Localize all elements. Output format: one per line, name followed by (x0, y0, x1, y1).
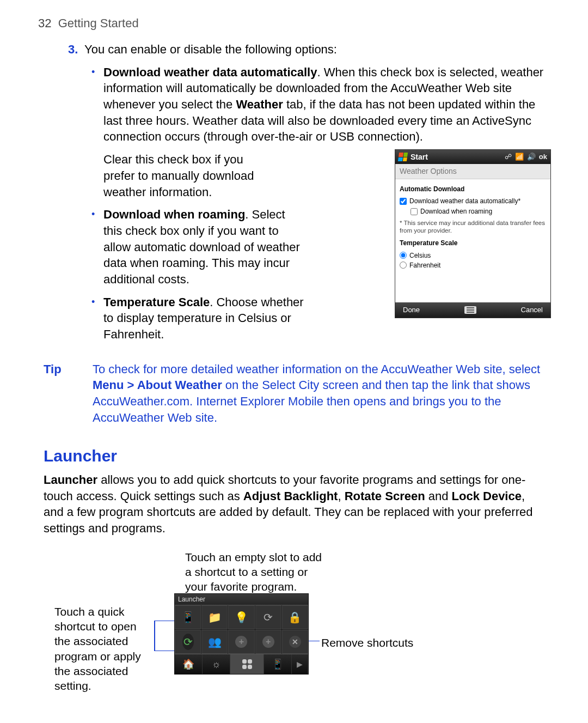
step-number: 3. (68, 41, 80, 58)
step-text: You can enable or disable the following … (84, 41, 337, 58)
launcher-title: Launcher (175, 594, 308, 605)
page-header: 32 Getting Started (38, 16, 550, 31)
keyboard-icon[interactable] (464, 306, 476, 314)
empty-slot[interactable]: + (228, 630, 254, 654)
softkey-bar: Done Cancel (395, 302, 550, 318)
caption-remove-shortcuts: Remove shortcuts (321, 635, 441, 650)
callout-line (154, 621, 175, 622)
shortcut-lock[interactable]: 🔒 (282, 605, 308, 629)
bulb-icon: 💡 (235, 610, 248, 624)
tab-settings[interactable]: ☼ (203, 654, 230, 674)
checkbox-download-roaming[interactable]: Download when roaming (411, 207, 546, 216)
weather-options-screenshot: Start ☍ 📶 🔊 ok Weather Options Automatic… (395, 149, 551, 318)
rotate-icon: ⟳ (264, 610, 273, 624)
callout-line (154, 651, 175, 652)
radio-celsius[interactable]: Celsius (400, 251, 546, 260)
tab-next[interactable]: ▶ (292, 654, 308, 674)
tab-launcher[interactable] (230, 654, 264, 674)
section-heading-launcher: Launcher (44, 445, 544, 467)
document-page: 32 Getting Started 3. You can enable or … (0, 0, 588, 719)
bullet-download-auto: • Download weather data automatically. W… (91, 64, 544, 145)
people-icon: 👥 (208, 635, 222, 649)
checkbox-input[interactable] (411, 208, 418, 215)
page-section-name: Getting Started (58, 16, 139, 30)
launcher-screenshot: Launcher 📱 📁 💡 ⟳ 🔒 ⟳ 👥 + + ✕ 🏠 ☼ (174, 593, 309, 675)
tab-home[interactable]: 🏠 (175, 654, 203, 674)
remove-shortcut[interactable]: ✕ (282, 630, 308, 654)
page-number: 32 (38, 16, 51, 30)
checkbox-download-auto[interactable]: Download weather data automatically* (400, 197, 546, 205)
bullet-download-auto-para2: Clear this check box if you prefer to ma… (103, 151, 272, 200)
fee-note: * This service may incur additional data… (400, 219, 546, 235)
launcher-grid: 📱 📁 💡 ⟳ 🔒 ⟳ 👥 + + ✕ (175, 605, 308, 654)
chevron-right-icon: ▶ (297, 659, 303, 669)
shortcut-contacts[interactable]: 👥 (201, 630, 228, 654)
phone-icon: 📱 (272, 658, 284, 671)
windows-logo-icon (398, 153, 408, 161)
bullet-temperature-scale: • Temperature Scale. Choose whether to d… (91, 294, 378, 343)
shortcut-activesync[interactable]: ⟳ (175, 630, 201, 654)
callout-line (154, 621, 155, 651)
done-button[interactable]: Done (403, 305, 420, 315)
bullet-icon: • (91, 206, 98, 287)
step-3: 3. You can enable or disable the followi… (68, 41, 544, 58)
close-icon: ✕ (289, 636, 301, 648)
bullet-download-roaming: • Download when roaming. Select this che… (91, 206, 378, 287)
empty-slot[interactable]: + (255, 630, 281, 654)
start-label: Start (411, 152, 428, 162)
title-bar: Start ☍ 📶 🔊 ok (395, 150, 550, 164)
network-icon: ☍ (505, 152, 512, 162)
window-title: Weather Options (395, 164, 550, 179)
radio-fahrenheit[interactable]: Fahrenheit (400, 261, 546, 270)
apps-icon (242, 659, 252, 669)
cancel-button[interactable]: Cancel (521, 305, 543, 315)
radio-input[interactable] (400, 262, 407, 269)
shortcut-rotate[interactable]: ⟳ (255, 605, 281, 629)
tip-block: Tip To check for more detailed weather i… (44, 361, 544, 426)
plus-icon: + (235, 636, 247, 648)
checkbox-input[interactable] (400, 198, 407, 205)
lock-icon: 🔒 (288, 610, 302, 624)
gear-icon: ☼ (212, 658, 221, 671)
ok-button[interactable]: ok (539, 152, 547, 162)
phone-icon: 📱 (181, 610, 195, 624)
signal-icon: 📶 (515, 152, 524, 162)
shortcut-file-explorer[interactable]: 📁 (201, 605, 228, 629)
home-icon: 🏠 (182, 658, 194, 671)
section-automatic-download: Automatic Download (400, 185, 546, 193)
caption-quick-shortcut: Touch a quick shortcut to open the assoc… (54, 604, 152, 694)
bullet-icon: • (91, 64, 98, 145)
section-temperature-scale: Temperature Scale (400, 239, 546, 247)
folder-icon: 📁 (208, 610, 222, 624)
launcher-tabs: 🏠 ☼ 📱 ▶ (175, 654, 308, 674)
tab-phone[interactable]: 📱 (264, 654, 292, 674)
bullet-icon: • (91, 294, 98, 343)
tip-label: Tip (44, 361, 71, 426)
plus-icon: + (262, 636, 274, 648)
shortcut-comm-manager[interactable]: 📱 (175, 605, 201, 629)
sync-icon: ⟳ (182, 634, 194, 650)
callout-line (308, 641, 320, 642)
shortcut-backlight[interactable]: 💡 (228, 605, 254, 629)
launcher-paragraph: Launcher allows you to add quick shortcu… (44, 472, 544, 537)
caption-empty-slot: Touch an empty slot to add a shortcut to… (185, 550, 327, 594)
launcher-diagram: Touch an empty slot to add a shortcut to… (54, 550, 544, 686)
radio-input[interactable] (400, 252, 407, 259)
volume-icon: 🔊 (527, 152, 536, 162)
